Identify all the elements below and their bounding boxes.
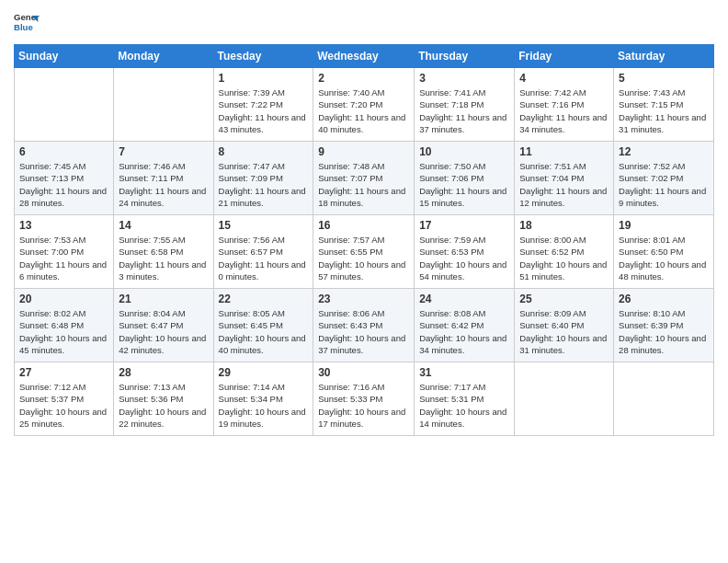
calendar-cell: 16Sunrise: 7:57 AM Sunset: 6:55 PM Dayli… [313,215,415,289]
day-number: 10 [419,145,509,158]
day-info: Sunrise: 8:04 AM Sunset: 6:47 PM Dayligh… [119,307,208,356]
day-info: Sunrise: 7:48 AM Sunset: 7:07 PM Dayligh… [318,160,409,209]
calendar-cell: 4Sunrise: 7:42 AM Sunset: 7:16 PM Daylig… [515,68,614,142]
day-number: 19 [619,219,709,232]
day-info: Sunrise: 7:40 AM Sunset: 7:20 PM Dayligh… [318,86,409,135]
day-number: 1 [219,72,309,85]
day-number: 11 [519,145,609,158]
day-info: Sunrise: 8:06 AM Sunset: 6:43 PM Dayligh… [318,307,409,356]
day-info: Sunrise: 7:12 AM Sunset: 5:37 PM Dayligh… [19,381,108,430]
weekday-header-saturday: Saturday [614,45,714,68]
day-info: Sunrise: 8:09 AM Sunset: 6:40 PM Dayligh… [519,307,609,356]
day-info: Sunrise: 8:00 AM Sunset: 6:52 PM Dayligh… [519,234,609,282]
day-number: 25 [519,293,609,305]
day-number: 4 [519,72,609,85]
day-info: Sunrise: 8:02 AM Sunset: 6:48 PM Dayligh… [19,307,108,356]
day-info: Sunrise: 8:08 AM Sunset: 6:42 PM Dayligh… [419,307,509,356]
calendar-cell [15,68,114,142]
weekday-header-thursday: Thursday [415,45,515,68]
day-number: 13 [19,219,108,232]
day-info: Sunrise: 7:41 AM Sunset: 7:18 PM Dayligh… [419,86,509,135]
day-number: 17 [419,219,509,232]
calendar-cell [614,362,714,436]
day-number: 26 [619,293,709,305]
day-number: 12 [619,145,709,158]
calendar-cell: 24Sunrise: 8:08 AM Sunset: 6:42 PM Dayli… [415,289,515,362]
day-number: 7 [119,145,208,158]
week-row-4: 27Sunrise: 7:12 AM Sunset: 5:37 PM Dayli… [15,362,714,436]
calendar-cell: 27Sunrise: 7:12 AM Sunset: 5:37 PM Dayli… [15,362,114,436]
calendar-cell [515,362,614,436]
week-row-0: 1Sunrise: 7:39 AM Sunset: 7:22 PM Daylig… [15,68,714,142]
calendar-cell: 15Sunrise: 7:56 AM Sunset: 6:57 PM Dayli… [213,215,313,289]
calendar-cell: 31Sunrise: 7:17 AM Sunset: 5:31 PM Dayli… [415,362,515,436]
day-number: 15 [219,219,309,232]
day-info: Sunrise: 7:46 AM Sunset: 7:11 PM Dayligh… [119,160,208,209]
day-number: 27 [19,366,108,379]
logo: General Blue [14,9,40,35]
weekday-header-sunday: Sunday [15,45,114,68]
day-number: 29 [219,366,309,379]
day-info: Sunrise: 7:55 AM Sunset: 6:58 PM Dayligh… [119,234,208,282]
calendar-cell: 1Sunrise: 7:39 AM Sunset: 7:22 PM Daylig… [213,68,313,142]
week-row-3: 20Sunrise: 8:02 AM Sunset: 6:48 PM Dayli… [15,289,714,362]
weekday-header-friday: Friday [515,45,614,68]
day-info: Sunrise: 7:47 AM Sunset: 7:09 PM Dayligh… [219,160,309,209]
calendar-cell: 13Sunrise: 7:53 AM Sunset: 7:00 PM Dayli… [15,215,114,289]
day-info: Sunrise: 7:42 AM Sunset: 7:16 PM Dayligh… [519,86,609,135]
svg-text:Blue: Blue [14,22,33,32]
day-info: Sunrise: 7:17 AM Sunset: 5:31 PM Dayligh… [419,381,509,430]
day-info: Sunrise: 7:59 AM Sunset: 6:53 PM Dayligh… [419,234,509,282]
calendar-cell: 21Sunrise: 8:04 AM Sunset: 6:47 PM Dayli… [114,289,213,362]
calendar-cell: 18Sunrise: 8:00 AM Sunset: 6:52 PM Dayli… [515,215,614,289]
calendar-cell: 23Sunrise: 8:06 AM Sunset: 6:43 PM Dayli… [313,289,415,362]
day-number: 6 [19,145,108,158]
day-info: Sunrise: 8:01 AM Sunset: 6:50 PM Dayligh… [619,234,709,282]
day-info: Sunrise: 8:10 AM Sunset: 6:39 PM Dayligh… [619,307,709,356]
calendar-table: SundayMondayTuesdayWednesdayThursdayFrid… [14,44,714,436]
day-info: Sunrise: 7:39 AM Sunset: 7:22 PM Dayligh… [219,86,309,135]
weekday-header-monday: Monday [114,45,213,68]
day-number: 18 [519,219,609,232]
day-info: Sunrise: 7:13 AM Sunset: 5:36 PM Dayligh… [119,381,208,430]
calendar-cell: 11Sunrise: 7:51 AM Sunset: 7:04 PM Dayli… [515,142,614,215]
day-info: Sunrise: 7:53 AM Sunset: 7:00 PM Dayligh… [19,234,108,282]
day-number: 28 [119,366,208,379]
day-number: 23 [318,293,409,305]
day-info: Sunrise: 7:56 AM Sunset: 6:57 PM Dayligh… [219,234,309,282]
day-info: Sunrise: 7:43 AM Sunset: 7:15 PM Dayligh… [619,86,709,135]
calendar-cell: 9Sunrise: 7:48 AM Sunset: 7:07 PM Daylig… [313,142,415,215]
calendar-cell: 10Sunrise: 7:50 AM Sunset: 7:06 PM Dayli… [415,142,515,215]
day-number: 24 [419,293,509,305]
day-info: Sunrise: 7:51 AM Sunset: 7:04 PM Dayligh… [519,160,609,209]
day-number: 20 [19,293,108,305]
day-number: 5 [619,72,709,85]
calendar-cell: 28Sunrise: 7:13 AM Sunset: 5:36 PM Dayli… [114,362,213,436]
calendar-cell: 22Sunrise: 8:05 AM Sunset: 6:45 PM Dayli… [213,289,313,362]
calendar-cell: 25Sunrise: 8:09 AM Sunset: 6:40 PM Dayli… [515,289,614,362]
calendar-page: General Blue SundayMondayTuesdayWednesda… [0,0,728,563]
calendar-cell: 20Sunrise: 8:02 AM Sunset: 6:48 PM Dayli… [15,289,114,362]
calendar-cell: 19Sunrise: 8:01 AM Sunset: 6:50 PM Dayli… [614,215,714,289]
calendar-cell: 6Sunrise: 7:45 AM Sunset: 7:13 PM Daylig… [15,142,114,215]
calendar-cell: 3Sunrise: 7:41 AM Sunset: 7:18 PM Daylig… [415,68,515,142]
day-info: Sunrise: 7:45 AM Sunset: 7:13 PM Dayligh… [19,160,108,209]
weekday-header-row: SundayMondayTuesdayWednesdayThursdayFrid… [15,45,714,68]
calendar-cell: 7Sunrise: 7:46 AM Sunset: 7:11 PM Daylig… [114,142,213,215]
day-info: Sunrise: 7:52 AM Sunset: 7:02 PM Dayligh… [619,160,709,209]
day-info: Sunrise: 8:05 AM Sunset: 6:45 PM Dayligh… [219,307,309,356]
calendar-cell: 2Sunrise: 7:40 AM Sunset: 7:20 PM Daylig… [313,68,415,142]
day-number: 22 [219,293,309,305]
weekday-header-tuesday: Tuesday [213,45,313,68]
day-number: 31 [419,366,509,379]
calendar-cell: 12Sunrise: 7:52 AM Sunset: 7:02 PM Dayli… [614,142,714,215]
weekday-header-wednesday: Wednesday [313,45,415,68]
week-row-1: 6Sunrise: 7:45 AM Sunset: 7:13 PM Daylig… [15,142,714,215]
calendar-cell: 5Sunrise: 7:43 AM Sunset: 7:15 PM Daylig… [614,68,714,142]
day-number: 3 [419,72,509,85]
header: General Blue [14,9,714,35]
calendar-cell: 26Sunrise: 8:10 AM Sunset: 6:39 PM Dayli… [614,289,714,362]
day-info: Sunrise: 7:14 AM Sunset: 5:34 PM Dayligh… [219,381,309,430]
calendar-cell [114,68,213,142]
calendar-cell: 17Sunrise: 7:59 AM Sunset: 6:53 PM Dayli… [415,215,515,289]
